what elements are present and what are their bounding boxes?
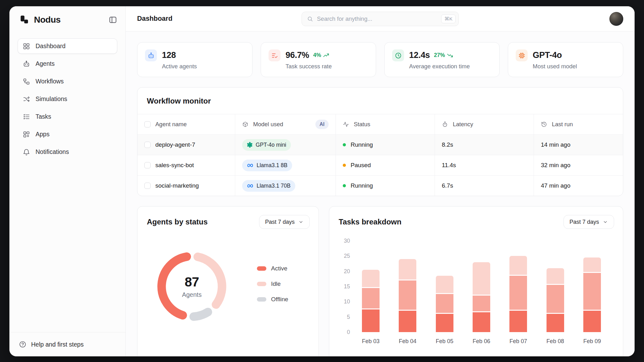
sidebar-item-dashboard[interactable]: Dashboard	[18, 38, 117, 54]
y-axis-tick: 0	[347, 329, 350, 336]
row-checkbox[interactable]	[144, 183, 151, 189]
bar-segment-bottom	[362, 309, 380, 332]
bar-segment-middle	[436, 294, 453, 313]
sidebar-header: Nodus	[9, 6, 125, 31]
tasks-range-dropdown[interactable]: Past 7 days	[564, 215, 614, 229]
package-icon	[242, 121, 248, 127]
stat-label: Task success rate	[286, 63, 332, 70]
bar-segment-bottom	[473, 312, 490, 332]
x-axis-label: Feb 08	[547, 338, 564, 345]
stat-label: Active agents	[162, 63, 197, 70]
legend-label: Offline	[271, 296, 288, 303]
app-name: Nodus	[34, 15, 61, 25]
timer-icon	[442, 121, 448, 127]
donut-center-value: 87	[185, 274, 199, 290]
column-header-model-used: Model used	[253, 121, 283, 128]
y-axis-tick: 25	[344, 252, 350, 259]
legend-swatch	[257, 297, 266, 302]
meta-logo-icon	[247, 183, 253, 189]
sidebar-item-simulations[interactable]: Simulations	[18, 91, 117, 107]
tasks-list-icon	[23, 113, 30, 121]
tasks-stacked-bar-chart: 051015202530 Feb 03Feb 04Feb 05Feb 06Feb…	[329, 235, 623, 345]
table-row[interactable]: sales-sync-bot Llama3.1 8B Paused 11.4s …	[137, 155, 623, 175]
bar-segment-top	[436, 276, 453, 293]
bar-segment-bottom	[436, 314, 453, 332]
stat-label: Most used model	[533, 63, 577, 70]
latency-value: 8.2s	[442, 141, 453, 148]
ai-badge: AI	[315, 120, 329, 129]
stat-card-task-success: 96.7% 4% Task success rate	[261, 42, 376, 77]
search-shortcut: ⌘K	[441, 14, 456, 23]
sidebar-toggle-icon[interactable]	[108, 15, 117, 24]
x-axis-label: Feb 04	[399, 338, 416, 345]
user-avatar[interactable]	[609, 12, 623, 26]
stat-card-most-used-model: GPT-4o Most used model	[508, 42, 623, 77]
search-input[interactable]	[317, 15, 437, 22]
bar-segment-top	[547, 268, 564, 284]
legend-swatch	[257, 266, 266, 271]
agent-name: sales-sync-bot	[155, 162, 194, 169]
agent-name: deploy-agent-7	[155, 141, 195, 148]
table-row[interactable]: social-marketing Llama3.1 70B Running 6.…	[137, 175, 623, 196]
agents-range-dropdown[interactable]: Past 7 days	[259, 215, 310, 229]
agent-name: social-marketing	[155, 182, 199, 189]
donut-legend: Active Idle Offline	[257, 265, 288, 303]
bar-segment-middle	[583, 273, 601, 310]
bar-segment-middle	[362, 288, 380, 308]
x-axis-label: Feb 07	[509, 338, 527, 345]
row-checkbox[interactable]	[144, 142, 151, 148]
sidebar-item-label: Tasks	[36, 113, 51, 120]
stat-delta: 27%	[434, 52, 453, 59]
tasks-breakdown-title: Tasks breakdown	[339, 218, 402, 226]
model-name: Llama3.1 8B	[257, 162, 287, 169]
stat-value: GPT-4o	[533, 50, 562, 60]
sidebar-item-label: Apps	[36, 131, 49, 138]
chevron-down-icon	[298, 219, 304, 225]
page-title: Dashboard	[137, 15, 172, 23]
column-header-last-run: Last run	[552, 121, 573, 128]
sidebar-item-label: Agents	[36, 60, 55, 67]
bar-segment-bottom	[509, 311, 527, 332]
agents-by-status-card: Agents by status Past 7 days 87 Agents	[137, 206, 319, 356]
help-label: Help and first steps	[31, 341, 84, 348]
x-axis-label: Feb 09	[583, 338, 601, 345]
model-name: GPT-4o mini	[256, 142, 286, 148]
sidebar-item-label: Workflows	[36, 78, 64, 85]
sidebar-item-workflows[interactable]: Workflows	[18, 74, 117, 89]
y-axis-tick: 30	[344, 237, 350, 244]
column-header-agent-name: Agent name	[155, 121, 187, 128]
bot-icon	[145, 49, 157, 61]
nodus-logo-icon	[19, 14, 30, 25]
chevron-down-icon	[602, 219, 608, 225]
main-area: Dashboard ⌘K 128 Act	[126, 6, 635, 356]
sidebar-item-agents[interactable]: Agents	[18, 56, 117, 71]
bar-segment-bottom	[547, 314, 564, 332]
simulations-shuffle-icon	[23, 95, 30, 103]
bar-segment-bottom	[583, 311, 601, 332]
help-and-first-steps[interactable]: Help and first steps	[9, 332, 125, 356]
sidebar-item-notifications[interactable]: Notifications	[18, 144, 117, 160]
tasks-chart-bars: Feb 03Feb 04Feb 05Feb 06Feb 07Feb 08Feb …	[354, 241, 609, 345]
stat-card-avg-execution: 12.4s 27% Average execution time	[384, 42, 500, 77]
status-label: Paused	[351, 162, 371, 169]
sidebar-item-apps[interactable]: Apps	[18, 127, 117, 142]
sidebar-item-tasks[interactable]: Tasks	[18, 109, 117, 124]
column-header-status: Status	[354, 121, 370, 128]
last-run-value: 47 min ago	[541, 182, 570, 189]
status-dot	[343, 143, 346, 146]
bar-segment-top	[399, 259, 416, 280]
sidebar-nav: Dashboard Agents Workflows Simulations T…	[9, 31, 125, 167]
bar-segment-top	[473, 262, 490, 295]
y-axis-tick: 20	[344, 268, 350, 275]
y-axis-tick: 10	[344, 298, 350, 305]
stat-delta: 4%	[313, 52, 329, 59]
stat-label: Average execution time	[409, 63, 470, 70]
select-all-checkbox[interactable]	[144, 121, 151, 127]
status-label: Running	[351, 141, 373, 148]
dashboard-grid-icon	[23, 42, 30, 50]
table-row[interactable]: deploy-agent-7 GPT-4o mini Running 8.2s …	[137, 134, 623, 155]
model-badge: Llama3.1 70B	[242, 180, 295, 192]
agents-bot-icon	[23, 60, 30, 68]
topbar: Dashboard ⌘K	[126, 6, 635, 31]
row-checkbox[interactable]	[144, 162, 151, 168]
